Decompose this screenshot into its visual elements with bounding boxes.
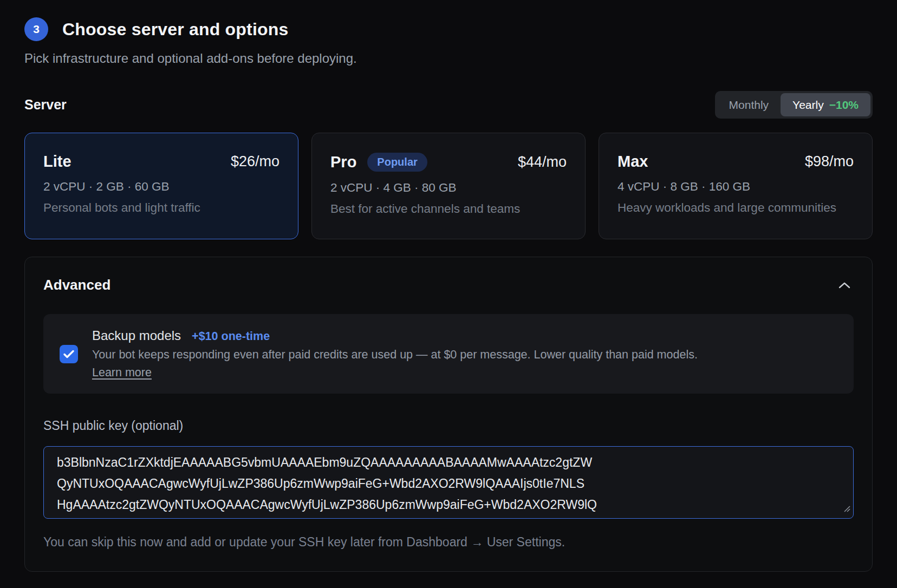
step-header: 3 Choose server and options Pick infrast…	[24, 17, 873, 66]
plan-name: Max	[618, 153, 648, 171]
step-title: Choose server and options	[62, 19, 289, 40]
plan-price: $26/mo	[231, 153, 280, 170]
backup-models-label: Backup models	[92, 328, 181, 343]
ssh-key-label: SSH public key (optional)	[43, 419, 854, 433]
plan-price: $98/mo	[805, 153, 854, 170]
advanced-collapse-button[interactable]	[835, 278, 854, 292]
plan-description: Best for active channels and teams	[330, 201, 567, 217]
step-number-badge: 3	[24, 17, 48, 41]
ssh-key-helper-text: You can skip this now and add or update …	[43, 535, 854, 550]
plan-description: Personal bots and light traffic	[43, 200, 280, 216]
billing-monthly-button[interactable]: Monthly	[717, 93, 781, 116]
plan-card-pro[interactable]: Pro Popular $44/mo 2 vCPU · 4 GB · 80 GB…	[311, 133, 586, 239]
backup-models-price-note: +$10 one-time	[192, 330, 270, 343]
advanced-section: Advanced Backup models	[24, 257, 873, 572]
billing-yearly-label: Yearly	[792, 98, 824, 112]
learn-more-link[interactable]: Learn more	[92, 366, 152, 380]
plan-description: Heavy workloads and large communities	[618, 200, 854, 216]
choose-server-step: 3 Choose server and options Pick infrast…	[0, 0, 897, 572]
checkmark-icon	[63, 350, 74, 358]
plan-card-max[interactable]: Max $98/mo 4 vCPU · 8 GB · 160 GB Heavy …	[599, 133, 873, 239]
plan-specs: 4 vCPU · 8 GB · 160 GB	[618, 180, 854, 194]
server-section-header: Server Monthly Yearly −10%	[24, 91, 873, 119]
backup-models-option: Backup models +$10 one-time Your bot kee…	[43, 314, 854, 394]
ssh-key-textarea[interactable]: b3BlbnNzaC1rZXktdjEAAAAABG5vbmUAAAAEbm9u…	[43, 446, 854, 519]
backup-models-description: Your bot keeps responding even after pai…	[92, 348, 837, 362]
plan-cards: Lite $26/mo 2 vCPU · 2 GB · 60 GB Person…	[24, 133, 873, 239]
plan-card-lite[interactable]: Lite $26/mo 2 vCPU · 2 GB · 60 GB Person…	[24, 133, 298, 239]
popular-badge: Popular	[367, 153, 427, 172]
step-subtitle: Pick infrastructure and optional add-ons…	[24, 51, 873, 66]
backup-models-checkbox[interactable]	[60, 345, 78, 363]
plan-name: Lite	[43, 153, 72, 171]
plan-name: Pro	[330, 153, 356, 171]
plan-specs: 2 vCPU · 2 GB · 60 GB	[43, 180, 280, 194]
billing-yearly-button[interactable]: Yearly −10%	[781, 93, 870, 116]
chevron-up-icon	[837, 280, 851, 290]
advanced-header[interactable]: Advanced	[43, 277, 854, 293]
billing-yearly-discount: −10%	[829, 98, 859, 112]
plan-specs: 2 vCPU · 4 GB · 80 GB	[330, 181, 567, 195]
ssh-key-field: b3BlbnNzaC1rZXktdjEAAAAABG5vbmUAAAAEbm9u…	[43, 446, 854, 519]
billing-period-toggle: Monthly Yearly −10%	[715, 91, 873, 119]
server-section-label: Server	[24, 97, 67, 113]
advanced-title: Advanced	[43, 277, 110, 293]
plan-price: $44/mo	[518, 154, 567, 171]
